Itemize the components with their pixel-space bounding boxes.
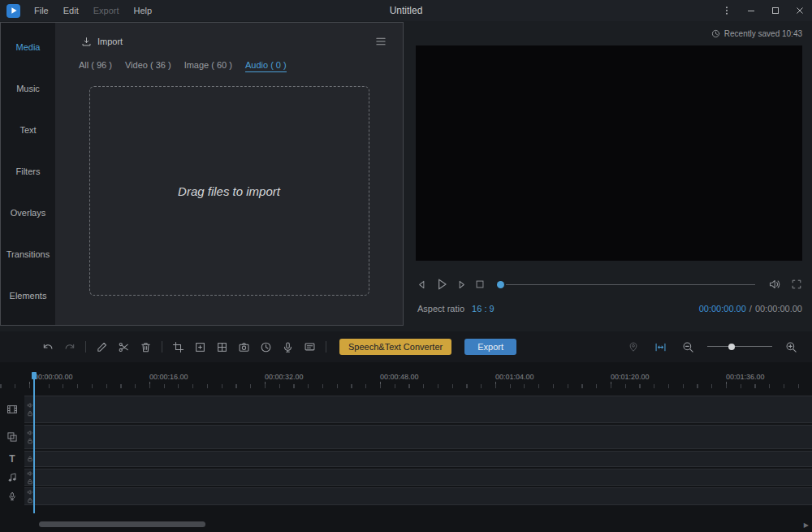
track-music[interactable] xyxy=(0,469,812,486)
timeline-zoom-tools xyxy=(622,337,802,357)
sidebar-item-music[interactable]: Music xyxy=(1,67,55,109)
playhead[interactable] xyxy=(33,374,35,513)
fit-timeline-icon[interactable] xyxy=(650,337,672,357)
zoom-slider-handle[interactable] xyxy=(728,344,735,350)
menu-help[interactable]: Help xyxy=(127,0,160,21)
tab-image[interactable]: Image ( 60 ) xyxy=(184,60,232,72)
seek-bar-track xyxy=(506,284,755,285)
crop-icon[interactable] xyxy=(167,337,189,357)
ruler-label: 00:00:32.00 xyxy=(265,373,304,381)
volume-icon[interactable] xyxy=(768,278,781,291)
video-track-icon xyxy=(6,404,19,415)
media-panel-header: Import xyxy=(55,23,403,57)
duration-clock-icon[interactable] xyxy=(255,337,277,357)
tab-all[interactable]: All ( 96 ) xyxy=(79,60,112,72)
video-preview[interactable] xyxy=(416,45,802,261)
track-lock-icon[interactable] xyxy=(27,410,33,417)
import-label: Import xyxy=(97,37,123,46)
close-button[interactable] xyxy=(788,0,812,21)
list-view-icon[interactable] xyxy=(375,37,387,46)
track-video[interactable] xyxy=(0,396,812,423)
sidebar-item-text[interactable]: Text xyxy=(1,109,55,150)
track-lock-icon[interactable] xyxy=(27,478,33,485)
app-window: File Edit Export Help Untitled Medi xyxy=(0,0,812,532)
redo-icon[interactable] xyxy=(58,337,80,357)
media-tabs: All ( 96 ) Video ( 36 ) Image ( 60 ) Aud… xyxy=(55,57,403,75)
import-icon xyxy=(81,37,92,47)
menu-export[interactable]: Export xyxy=(86,0,127,21)
track-mute-icon[interactable] xyxy=(27,489,33,495)
split-scissors-icon[interactable] xyxy=(113,337,135,357)
text-track-icon: T xyxy=(9,453,15,465)
sidebar-item-transitions[interactable]: Transitions xyxy=(1,233,55,275)
clock-icon xyxy=(711,29,720,38)
edit-pencil-icon[interactable] xyxy=(91,337,113,357)
tab-audio[interactable]: Audio ( 0 ) xyxy=(245,60,287,72)
scroll-right-icon[interactable]: ▶ xyxy=(804,522,809,529)
minimize-button[interactable] xyxy=(739,0,763,21)
ruler-label: 00:01:20.00 xyxy=(611,373,650,381)
timecode-display: 00:00:00.00/00:00:00.00 xyxy=(699,304,802,314)
delete-trash-icon[interactable] xyxy=(135,337,157,357)
track-mute-icon[interactable] xyxy=(27,470,33,477)
zoom-in-icon[interactable] xyxy=(780,337,802,357)
sidebar-item-filters[interactable]: Filters xyxy=(1,150,55,192)
toolbar-divider xyxy=(326,341,326,353)
media-dropzone[interactable]: Drag files to import xyxy=(89,86,369,296)
fullscreen-icon[interactable] xyxy=(791,279,802,290)
media-library-panel: Media Music Text Filters Overlays Transi… xyxy=(0,22,404,326)
undo-icon[interactable] xyxy=(37,337,58,357)
import-button[interactable]: Import xyxy=(81,37,123,47)
export-button[interactable]: Export xyxy=(464,339,516,355)
sidebar-item-elements[interactable]: Elements xyxy=(1,275,55,316)
track-lock-icon[interactable] xyxy=(27,497,33,504)
edit-toolbar: Speech&Text Converter Export xyxy=(0,331,812,362)
voiceover-track-icon xyxy=(7,491,17,501)
sidebar-item-media[interactable]: Media xyxy=(1,26,55,67)
mosaic-icon[interactable] xyxy=(211,337,233,357)
voiceover-mic-icon[interactable] xyxy=(277,337,299,357)
track-lock-icon[interactable] xyxy=(27,456,33,462)
track-overlay[interactable] xyxy=(0,425,812,449)
maximize-button[interactable] xyxy=(763,0,788,21)
snapshot-camera-icon[interactable] xyxy=(233,337,255,357)
sidebar: Media Music Text Filters Overlays Transi… xyxy=(1,23,55,325)
overlay-track-icon xyxy=(6,431,18,443)
more-options-icon[interactable] xyxy=(715,0,739,21)
next-frame-icon[interactable] xyxy=(456,279,468,291)
tab-video[interactable]: Video ( 36 ) xyxy=(125,60,171,72)
menu-file[interactable]: File xyxy=(27,0,56,21)
play-icon[interactable] xyxy=(434,277,449,292)
stop-icon[interactable] xyxy=(474,279,486,290)
app-logo-icon[interactable] xyxy=(6,4,20,18)
save-status: Recently saved 10:43 xyxy=(404,22,812,45)
track-mute-icon[interactable] xyxy=(27,402,33,409)
speech-text-converter-button[interactable]: Speech&Text Converter xyxy=(339,339,451,355)
timeline-zoom-slider[interactable] xyxy=(707,342,772,352)
previous-frame-icon[interactable] xyxy=(416,279,428,291)
track-text[interactable]: T xyxy=(0,451,812,467)
timeline-horizontal-scrollbar[interactable] xyxy=(32,521,801,528)
save-status-text: Recently saved 10:43 xyxy=(724,29,802,38)
zoom-slider-track xyxy=(707,346,772,347)
ruler-minor-ticks xyxy=(0,384,812,388)
marker-pin-icon[interactable] xyxy=(622,337,644,357)
dropzone-text: Drag files to import xyxy=(178,184,280,198)
track-mute-icon[interactable] xyxy=(27,430,33,436)
media-panel: Import All ( 96 ) Video ( 36 ) Image ( 6… xyxy=(55,23,403,325)
track-lock-icon[interactable] xyxy=(27,438,33,444)
toolbar-divider xyxy=(162,341,162,353)
preview-info-row: Aspect ratio 16 : 9 00:00:00.00/00:00:00… xyxy=(404,304,812,314)
freeze-frame-icon[interactable] xyxy=(189,337,211,357)
timeline: 00:00:00.00 00:00:16.00 00:00:32.00 00:0… xyxy=(0,362,812,532)
subtitle-icon[interactable] xyxy=(299,337,321,357)
menu-edit[interactable]: Edit xyxy=(56,0,86,21)
scrollbar-thumb[interactable] xyxy=(39,521,205,527)
sidebar-item-overlays[interactable]: Overlays xyxy=(1,192,55,233)
zoom-out-icon[interactable] xyxy=(677,337,699,357)
seek-bar-handle[interactable] xyxy=(497,281,504,288)
seek-bar[interactable] xyxy=(497,279,755,290)
titlebar: File Edit Export Help Untitled xyxy=(0,0,812,21)
track-voiceover[interactable] xyxy=(0,487,812,505)
aspect-ratio-value[interactable]: 16 : 9 xyxy=(472,304,495,314)
